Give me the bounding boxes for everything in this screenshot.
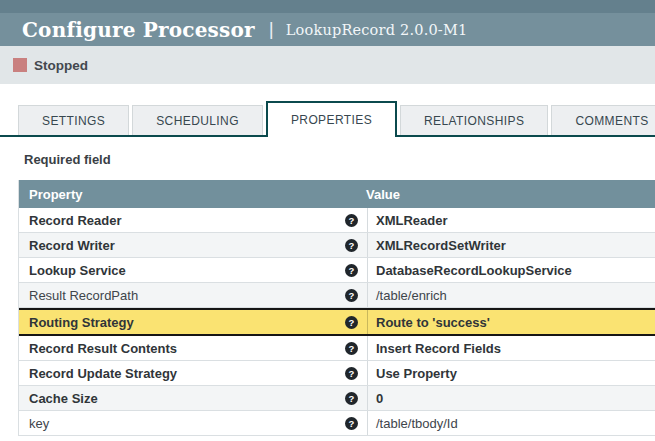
status-bar: Stopped bbox=[0, 46, 655, 84]
value-cell[interactable]: /table/enrich bbox=[368, 283, 655, 307]
tab-label: PROPERTIES bbox=[291, 113, 372, 127]
value-cell[interactable]: DatabaseRecordLookupService bbox=[368, 258, 655, 282]
tab-properties[interactable]: PROPERTIES bbox=[266, 101, 397, 137]
help-icon[interactable]: ? bbox=[345, 214, 358, 227]
property-name: Record Writer bbox=[29, 238, 115, 253]
dialog-title: Configure Processor bbox=[22, 18, 255, 42]
table-row: key ? /table/tbody/Id bbox=[19, 411, 655, 436]
property-cell: Result RecordPath ? bbox=[19, 283, 368, 307]
help-icon[interactable]: ? bbox=[345, 342, 358, 355]
column-header-property: Property bbox=[19, 187, 358, 202]
property-cell: Cache Size ? bbox=[19, 386, 368, 410]
table-header: Property Value bbox=[19, 180, 655, 208]
required-field-label: Required field bbox=[24, 152, 655, 167]
tab-label: RELATIONSHIPS bbox=[424, 114, 524, 128]
property-cell: Routing Strategy ? bbox=[19, 310, 368, 334]
property-name: Record Update Strategy bbox=[29, 366, 177, 381]
table-row: Cache Size ? 0 bbox=[19, 386, 655, 411]
help-icon[interactable]: ? bbox=[345, 264, 358, 277]
table-row: Record Reader ? XMLReader bbox=[19, 208, 655, 233]
properties-table: Property Value Record Reader ? XMLReader… bbox=[18, 180, 655, 436]
property-name: Record Reader bbox=[29, 213, 121, 228]
property-name: Record Result Contents bbox=[29, 341, 177, 356]
tab-label: COMMENTS bbox=[575, 114, 648, 128]
property-cell: Record Update Strategy ? bbox=[19, 361, 368, 385]
value-cell[interactable]: XMLRecordSetWriter bbox=[368, 233, 655, 257]
table-row: Result RecordPath ? /table/enrich bbox=[19, 283, 655, 308]
help-icon[interactable]: ? bbox=[345, 289, 358, 302]
tab-label: SCHEDULING bbox=[156, 114, 239, 128]
dialog-header: Configure Processor | LookupRecord 2.0.0… bbox=[0, 0, 655, 46]
property-name: Lookup Service bbox=[29, 263, 126, 278]
title-separator: | bbox=[269, 18, 274, 40]
property-cell: Lookup Service ? bbox=[19, 258, 368, 282]
value-cell[interactable]: Route to 'success' bbox=[368, 310, 655, 334]
property-name: Cache Size bbox=[29, 391, 98, 406]
dialog-subtitle: LookupRecord 2.0.0-M1 bbox=[286, 22, 468, 38]
value-cell[interactable]: XMLReader bbox=[368, 208, 655, 232]
property-cell: Record Reader ? bbox=[19, 208, 368, 232]
table-row: Record Update Strategy ? Use Property bbox=[19, 361, 655, 386]
tab-bar: SETTINGS SCHEDULING PROPERTIES RELATIONS… bbox=[0, 101, 655, 137]
table-row: Lookup Service ? DatabaseRecordLookupSer… bbox=[19, 258, 655, 283]
tab-scheduling[interactable]: SCHEDULING bbox=[132, 105, 263, 135]
help-icon[interactable]: ? bbox=[345, 316, 358, 329]
value-cell[interactable]: /table/tbody/Id bbox=[368, 411, 655, 435]
help-icon[interactable]: ? bbox=[345, 239, 358, 252]
status-label: Stopped bbox=[34, 58, 88, 73]
table-row: Record Result Contents ? Insert Record F… bbox=[19, 336, 655, 361]
table-row-highlighted: Routing Strategy ? Route to 'success' bbox=[19, 308, 655, 336]
table-row: Record Writer ? XMLRecordSetWriter bbox=[19, 233, 655, 258]
help-icon[interactable]: ? bbox=[345, 417, 358, 430]
tab-relationships[interactable]: RELATIONSHIPS bbox=[400, 105, 548, 135]
help-icon[interactable]: ? bbox=[345, 392, 358, 405]
property-cell: Record Writer ? bbox=[19, 233, 368, 257]
property-name: key bbox=[29, 416, 49, 431]
value-cell[interactable]: Insert Record Fields bbox=[368, 336, 655, 360]
property-name: Routing Strategy bbox=[29, 315, 134, 330]
property-cell: Record Result Contents ? bbox=[19, 336, 368, 360]
value-cell[interactable]: 0 bbox=[368, 386, 655, 410]
tab-comments[interactable]: COMMENTS bbox=[551, 105, 655, 135]
property-cell: key ? bbox=[19, 411, 368, 435]
value-cell[interactable]: Use Property bbox=[368, 361, 655, 385]
column-header-value: Value bbox=[358, 187, 655, 202]
tab-settings[interactable]: SETTINGS bbox=[18, 105, 129, 135]
property-name: Result RecordPath bbox=[29, 288, 138, 303]
tab-label: SETTINGS bbox=[42, 114, 105, 128]
stopped-state-icon bbox=[13, 58, 27, 72]
help-icon[interactable]: ? bbox=[345, 367, 358, 380]
